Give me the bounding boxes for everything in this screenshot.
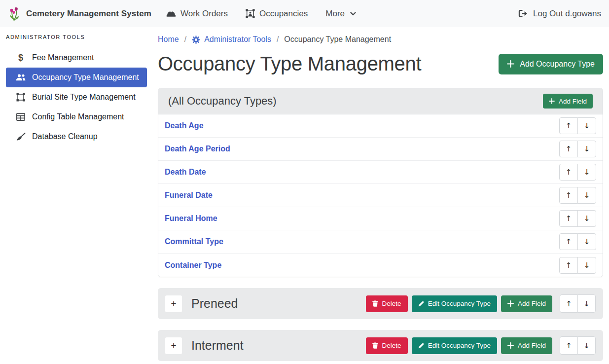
table-icon [14,113,27,121]
brand-link[interactable]: Cemetery Management System [8,6,151,21]
delete-button[interactable]: Delete [366,295,408,312]
nav-item-work-orders[interactable]: Work Orders [166,9,228,19]
plus-icon [549,98,555,104]
delete-label: Delete [382,342,401,349]
arrow-up-icon: ↑ [566,341,572,350]
edit-occupancy-type-label: Edit Occupancy Type [428,300,491,307]
move-down-button[interactable]: ↓ [577,210,596,227]
dollar-icon: $ [14,53,27,63]
expand-button[interactable]: + [165,295,182,312]
field-link[interactable]: Container Type [165,261,221,270]
arrow-down-icon: ↓ [584,145,590,153]
sidebar-item-label: Fee Management [32,53,94,62]
logout-label: Log Out d.gowans [533,9,601,19]
trash-icon [372,342,378,349]
logout-button[interactable]: Log Out d.gowans [518,9,601,19]
gear-icon [192,36,200,44]
edit-occupancy-type-button[interactable]: Edit Occupancy Type [412,295,497,312]
arrow-up-icon: ↑ [566,237,572,246]
sidebar-item-burial-site-type-management[interactable]: Burial Site Type Management [6,87,147,107]
breadcrumb-admin-tools-link[interactable]: Administrator Tools [192,35,271,44]
plus-icon [507,300,514,307]
nav-links: Work Orders Occupancies M [166,9,356,19]
field-link[interactable]: Funeral Date [165,191,213,200]
move-down-button[interactable]: ↓ [577,336,596,355]
move-down-button[interactable]: ↓ [577,294,596,313]
section-title: Preneed [191,296,238,311]
arrow-down-icon: ↓ [584,237,590,246]
edit-occupancy-type-label: Edit Occupancy Type [428,342,491,349]
sidebar-item-occupancy-type-management[interactable]: Occupancy Type Management [6,68,147,87]
sidebar-item-fee-management[interactable]: $ Fee Management [6,48,147,68]
move-down-button[interactable]: ↓ [577,257,596,274]
arrow-down-icon: ↓ [584,121,590,130]
move-up-button[interactable]: ↑ [559,233,578,250]
vector-square-icon [14,93,27,102]
add-field-label: Add Field [518,342,546,349]
move-up-button[interactable]: ↑ [560,336,578,355]
expand-button[interactable]: + [165,337,182,354]
add-field-button[interactable]: Add Field [501,295,552,312]
plus-icon [507,342,514,349]
top-navbar: Cemetery Management System Work Orders [0,0,609,27]
add-occupancy-type-button[interactable]: Add Occupancy Type [499,54,603,74]
reorder-controls: ↑ ↓ [559,187,596,204]
arrow-up-icon: ↑ [566,214,572,223]
section-title: Interment [191,338,244,353]
nav-item-more[interactable]: More [325,9,356,19]
field-link[interactable]: Funeral Home [165,214,217,223]
section-preneed: + Preneed Delete [158,288,603,319]
sidebar-item-label: Config Table Management [32,112,124,121]
field-link[interactable]: Death Age [165,121,204,130]
move-up-button[interactable]: ↑ [559,210,578,227]
sidebar-heading: ADMINISTRATOR TOOLS [6,34,147,40]
reorder-controls: ↑ ↓ [560,294,596,313]
add-field-button[interactable]: Add Field [543,94,593,109]
sidebar-item-label: Database Cleanup [32,132,98,141]
breadcrumb-separator: / [277,35,279,44]
arrow-up-icon: ↑ [566,145,572,153]
logout-icon [518,9,528,18]
field-row: Funeral Date ↑ ↓ [158,184,603,207]
delete-button[interactable]: Delete [366,337,408,354]
sidebar-item-database-cleanup[interactable]: Database Cleanup [6,127,147,146]
sidebar-item-label: Occupancy Type Management [32,73,139,82]
field-row: Funeral Home ↑ ↓ [158,207,603,230]
move-up-button[interactable]: ↑ [560,294,578,313]
delete-label: Delete [382,300,401,307]
move-up-button[interactable]: ↑ [559,164,578,181]
sidebar-item-config-table-management[interactable]: Config Table Management [6,107,147,127]
move-up-button[interactable]: ↑ [559,187,578,204]
field-link[interactable]: Committal Type [165,237,223,246]
nav-item-occupancies[interactable]: Occupancies [246,9,308,19]
all-occupancy-types-title: (All Occupancy Types) [168,95,277,108]
reorder-controls: ↑ ↓ [559,117,596,134]
breadcrumb-current: Occupancy Type Management [284,35,391,44]
breadcrumb-admin-tools-label: Administrator Tools [204,35,271,44]
move-down-button[interactable]: ↓ [577,164,596,181]
field-link[interactable]: Death Age Period [165,145,230,153]
nav-item-label: More [325,9,345,19]
move-down-button[interactable]: ↓ [577,233,596,250]
edit-occupancy-type-button[interactable]: Edit Occupancy Type [412,337,497,354]
move-down-button[interactable]: ↓ [577,117,596,134]
pencil-icon [418,301,424,307]
arrow-down-icon: ↓ [584,191,590,200]
occupancy-viewfinder-icon [246,9,255,18]
move-up-button[interactable]: ↑ [559,141,578,157]
pencil-icon [418,343,424,349]
arrow-down-icon: ↓ [583,299,590,308]
add-field-button[interactable]: Add Field [501,337,552,354]
sidebar: ADMINISTRATOR TOOLS $ Fee Management Occ… [0,27,152,364]
move-down-button[interactable]: ↓ [577,187,596,204]
arrow-up-icon: ↑ [566,261,572,270]
section-interment: + Interment Delete [158,330,603,361]
breadcrumb: Home / [158,35,603,44]
move-down-button[interactable]: ↓ [577,141,596,157]
move-up-button[interactable]: ↑ [559,117,578,134]
field-link[interactable]: Death Date [165,168,206,177]
breadcrumb-home-link[interactable]: Home [158,35,179,44]
move-up-button[interactable]: ↑ [559,257,578,274]
breadcrumb-separator: / [184,35,186,44]
arrow-up-icon: ↑ [566,121,572,130]
